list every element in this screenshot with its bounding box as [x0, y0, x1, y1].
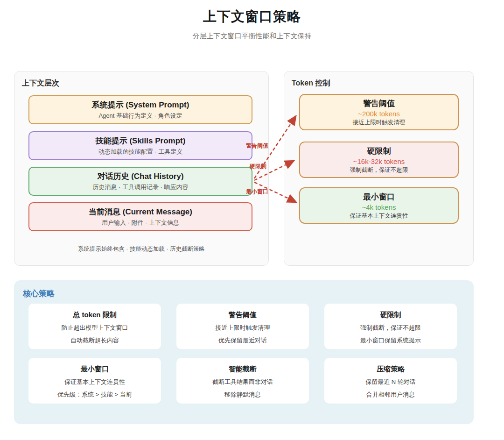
- page-subtitle: 分层上下文窗口平衡性能和上下文保持: [0, 32, 504, 41]
- token-title: 最小窗口: [363, 192, 395, 202]
- token-title: 警告阈值: [363, 98, 395, 109]
- context-layers-panel: 上下文层次 系统提示 (System Prompt) Agent 基础行为定义 …: [14, 71, 269, 266]
- layer-title: 系统提示 (System Prompt): [92, 99, 189, 110]
- card-line: 合并相邻用户消息: [366, 390, 415, 399]
- context-layers-header: 上下文层次: [22, 78, 59, 88]
- strategy-card-compression-strategy: 压缩策略 保留最近 N 轮对话 合并相邻用户消息: [324, 358, 457, 404]
- token-title: 硬限制: [367, 146, 391, 156]
- token-box-hard-limit: 硬限制 ~16k-32k tokens 强制截断，保证不超限: [299, 142, 459, 178]
- card-title: 智能截断: [229, 365, 257, 374]
- card-line: 自动截断超长内容: [70, 336, 119, 345]
- token-value: ~4k tokens: [362, 203, 396, 211]
- card-title: 最小窗口: [81, 365, 109, 374]
- card-title: 压缩策略: [377, 365, 405, 374]
- layer-system-prompt: 系统提示 (System Prompt) Agent 基础行为定义 · 角色设定: [28, 95, 252, 124]
- strategy-card-min-window: 最小窗口 保证基本上下文连贯性 优先级：系统 > 技能 > 当前: [28, 358, 161, 404]
- context-layers-footnote: 系统提示始终包含 · 技能动态加载 · 历史截断策略: [14, 245, 268, 253]
- card-line: 移除静默消息: [224, 390, 261, 399]
- layer-title: 技能提示 (Skills Prompt): [96, 135, 186, 146]
- layer-desc: 历史消息 · 工具调用记录 · 响应内容: [92, 183, 188, 192]
- diagram-canvas: 上下文窗口策略 分层上下文窗口平衡性能和上下文保持 上下文层次 系统提示 (Sy…: [0, 0, 504, 440]
- card-line: 优先保留最近对话: [218, 336, 267, 345]
- strategy-card-hard-limit: 硬限制 强制截断，保证不超限 最小窗口保留系统提示: [324, 304, 457, 349]
- card-title: 总 token 限制: [73, 311, 116, 319]
- token-desc: 接近上限时触发清理: [353, 119, 406, 127]
- strategy-card-total-token-limit: 总 token 限制 防止超出模型上下文窗口 自动截断超长内容: [28, 304, 161, 349]
- card-line: 优先级：系统 > 技能 > 当前: [57, 390, 132, 399]
- layer-skills-prompt: 技能提示 (Skills Prompt) 动态加载的技能配置 · 工具定义: [28, 131, 252, 160]
- card-line: 防止超出模型上下文窗口: [62, 324, 128, 332]
- token-control-panel: Token 控制 警告阈值 ~200k tokens 接近上限时触发清理 硬限制…: [284, 71, 474, 266]
- layer-current-message: 当前消息 (Current Message) 用户输入 · 附件 · 上下文信息: [28, 202, 252, 231]
- card-line: 强制截断，保证不超限: [360, 324, 421, 332]
- token-desc: 强制截断，保证不超限: [350, 166, 408, 174]
- layer-chat-history: 对话历史 (Chat History) 历史消息 · 工具调用记录 · 响应内容: [28, 167, 252, 196]
- token-box-warning-threshold: 警告阈值 ~200k tokens 接近上限时触发清理: [299, 94, 459, 130]
- token-value: ~200k tokens: [358, 110, 400, 118]
- layer-desc: 动态加载的技能配置 · 工具定义: [98, 148, 183, 156]
- layer-title: 当前消息 (Current Message): [89, 206, 192, 217]
- strategy-card-smart-truncation: 智能截断 截断工具结果而非对话 移除静默消息: [176, 358, 309, 404]
- card-line: 最小窗口保留系统提示: [360, 336, 421, 345]
- card-line: 保留最近 N 轮对话: [365, 378, 416, 386]
- card-title: 警告阈值: [229, 311, 257, 319]
- token-desc: 保证基本上下文连贯性: [350, 212, 408, 220]
- card-line: 截断工具结果而非对话: [212, 378, 273, 386]
- token-value: ~16k-32k tokens: [353, 157, 405, 165]
- card-line: 接近上限时触发清理: [216, 324, 270, 332]
- strategy-card-warning-threshold: 警告阈值 接近上限时触发清理 优先保留最近对话: [176, 304, 309, 349]
- page-title: 上下文窗口策略: [0, 7, 504, 26]
- card-title: 硬限制: [380, 311, 401, 319]
- card-line: 保证基本上下文连贯性: [64, 378, 125, 386]
- layer-title: 对话历史 (Chat History): [97, 171, 183, 182]
- core-strategies-panel: 核心策略 总 token 限制 防止超出模型上下文窗口 自动截断超长内容 警告阈…: [14, 280, 474, 424]
- layer-desc: 用户输入 · 附件 · 上下文信息: [102, 219, 179, 227]
- token-control-header: Token 控制: [292, 78, 330, 88]
- layer-desc: Agent 基础行为定义 · 角色设定: [98, 112, 182, 120]
- core-strategies-header: 核心策略: [23, 288, 55, 299]
- token-box-min-window: 最小窗口 ~4k tokens 保证基本上下文连贯性: [299, 187, 459, 224]
